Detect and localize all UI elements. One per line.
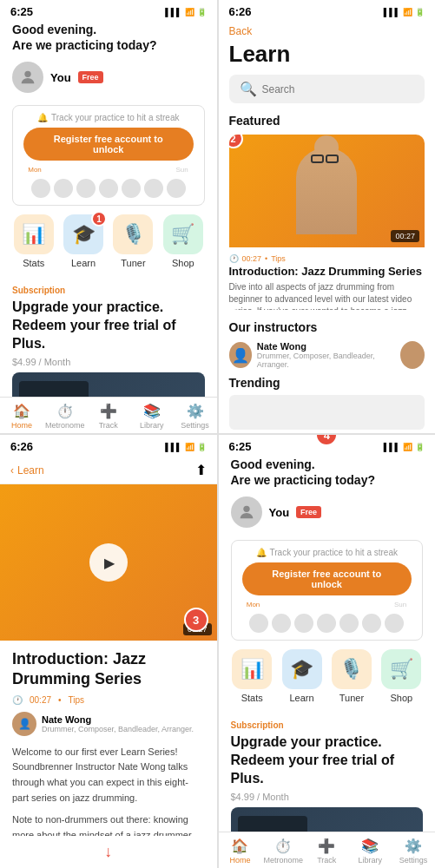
instructor-name-2: Nate Wong [257, 341, 390, 352]
shop-icon: 🛒 [163, 214, 203, 254]
icon-tuner-4[interactable]: 🎙️ Tuner [330, 649, 372, 703]
nav-metro-label-4: Metronome [264, 856, 304, 865]
icon-learn-4[interactable]: 🎓 Learn [280, 649, 323, 703]
instructor-avatar-2: 👤 [229, 342, 252, 368]
nav-settings-4[interactable]: ⚙️ Settings [392, 838, 435, 865]
screen-4: 4 6:25 ▌▌▌ 📶 🔋 Good evening.Are we pract… [219, 435, 436, 868]
icon-stats-1[interactable]: 📊 Stats [12, 214, 55, 268]
day-mon-4: Mon [244, 601, 263, 608]
nav-settings-1[interactable]: ⚙️ Settings [174, 403, 217, 430]
share-icon-3[interactable]: ⬆ [195, 462, 207, 478]
dot-7 [167, 179, 186, 198]
day-2 [49, 166, 69, 174]
home-icon-1: 🏠 [13, 403, 30, 419]
meta-type-3: Tips [69, 695, 85, 705]
play-button-3[interactable] [89, 543, 128, 582]
nav-track-1[interactable]: ➕ Track [87, 403, 130, 430]
trending-section: Trending [219, 369, 436, 433]
streak-bar-1: 🔔 Track your practice to hit a streak Re… [12, 105, 205, 206]
back-label-3: Learn [17, 464, 44, 477]
bottom-nav-1: 🏠 Home ⏱️ Metronome ➕ Track 📚 Library ⚙️… [0, 397, 217, 433]
trending-placeholder [229, 395, 425, 430]
trending-label-2: Trending [229, 376, 425, 395]
search-bar-2[interactable]: 🔍 [229, 75, 425, 103]
nav-metro-label-1: Metronome [45, 421, 85, 430]
icon-learn-1[interactable]: 🎓 1 Learn [62, 214, 104, 268]
learn-icon-4: 🎓 [282, 649, 322, 689]
wifi-icon-3: 📶 [185, 443, 194, 451]
nav-home-4[interactable]: 🏠 Home [219, 838, 262, 865]
day-sun-4: Sun [391, 601, 410, 608]
status-bar-1: 6:25 ▌▌▌ 📶 🔋 [0, 0, 217, 22]
nav-metronome-1[interactable]: ⏱️ Metronome [43, 403, 87, 430]
home-icon-4: 🏠 [231, 838, 248, 854]
week-dots-4 [249, 614, 404, 633]
inst-name-3: Nate Wong [42, 714, 194, 725]
nav-home-label-4: Home [229, 856, 250, 865]
sub-price-1: $4.99 / Month [12, 357, 205, 367]
icon-grid-4: 📊 Stats 🎓 Learn 🎙️ Tuner 🛒 Shop [231, 649, 424, 703]
sub-title-4: Upgrade your practice. Redeem your free … [231, 733, 424, 787]
status-icons-1: ▌▌▌ 📶 🔋 [165, 8, 206, 16]
day-5 [123, 166, 142, 174]
nav-home-label-1: Home [11, 421, 32, 430]
instructor-avatar-extra [400, 341, 425, 369]
sub-image-4 [231, 807, 424, 832]
nav-library-1[interactable]: 📚 Library [130, 403, 174, 430]
nav-settings-label-1: Settings [181, 421, 209, 430]
nav-library-label-1: Library [140, 421, 164, 430]
stats-icon-4: 📊 [232, 649, 272, 689]
video-meta-3: 🕐 00:27 • Tips [12, 695, 205, 705]
battery-icon-3: 🔋 [197, 443, 207, 451]
icon-tuner-1[interactable]: 🎙️ Tuner [112, 214, 155, 268]
back-btn-3[interactable]: ‹ Learn [10, 464, 44, 477]
metronome-icon-4: ⏱️ [274, 838, 292, 854]
svg-point-1 [243, 506, 249, 512]
card-meta-2: 🕐 00:27 • Tips [229, 254, 425, 263]
week-dots-1 [31, 179, 186, 198]
learn-icon: 🎓 1 [63, 214, 103, 254]
dot4-5 [339, 614, 359, 633]
shop-icon-4: 🛒 [381, 649, 421, 689]
instructor-info-3: Nate Wong Drummer, Composer, Bandleader,… [42, 714, 194, 733]
track-icon-4: ➕ [318, 838, 335, 854]
sub-title-1: Upgrade your practice. Redeem your free … [12, 299, 205, 352]
learn-title-2: Learn [219, 41, 436, 75]
icon-stats-4[interactable]: 📊 Stats [231, 649, 274, 703]
screen-3: 6:26 ▌▌▌ 📶 🔋 ‹ Learn ⬆ 00:27 3 Introduct… [0, 435, 217, 868]
day-mon: Mon [25, 166, 44, 174]
nav-library-label-4: Library [358, 856, 382, 865]
nav-track-4[interactable]: ➕ Track [305, 838, 348, 865]
featured-card-2: 2 00:27 🕐 00:27 • Tips Introduction: Jaz… [229, 135, 425, 310]
dot-6 [144, 179, 163, 198]
shop-label-1: Shop [172, 258, 194, 268]
tuner-label-1: Tuner [121, 258, 145, 268]
register-btn-1[interactable]: Register free account to unlock [23, 128, 194, 161]
dot4-1 [249, 614, 268, 633]
register-btn-4[interactable]: Register free account to unlock [242, 562, 412, 595]
battery-icon-4: 🔋 [415, 443, 425, 451]
dot4-2 [272, 614, 291, 633]
user-name-1: You [50, 71, 71, 84]
day-sun: Sun [173, 166, 192, 174]
video-title-3: Introduction: Jazz Drumming Series [12, 649, 205, 690]
status-icons-4: ▌▌▌ 📶 🔋 [384, 443, 425, 451]
icon-shop-4[interactable]: 🛒 Shop [380, 649, 423, 703]
learn-badge-1: 1 [91, 211, 107, 227]
video-container-3[interactable]: 00:27 3 [0, 484, 217, 641]
search-input-2[interactable] [262, 83, 415, 95]
nav-library-4[interactable]: 📚 Library [348, 838, 392, 865]
svg-point-0 [24, 71, 30, 77]
back-link-2[interactable]: Back [219, 22, 436, 41]
nav-track-label-4: Track [317, 856, 336, 865]
video-desc2-3: Note to non-drummers out there: knowing … [12, 812, 205, 836]
nav-metronome-4[interactable]: ⏱️ Metronome [261, 838, 305, 865]
icon-shop-1[interactable]: 🛒 Shop [161, 214, 204, 268]
search-icon-2: 🔍 [240, 81, 257, 97]
instructor-row-3: 👤 Nate Wong Drummer, Composer, Bandleade… [12, 712, 205, 736]
chevron-left-icon: ‹ [10, 464, 14, 477]
settings-icon-1: ⚙️ [187, 403, 204, 419]
featured-image-2: 2 00:27 [229, 135, 425, 247]
time-3: 6:26 [10, 440, 33, 453]
nav-home-1[interactable]: 🏠 Home [0, 403, 43, 430]
